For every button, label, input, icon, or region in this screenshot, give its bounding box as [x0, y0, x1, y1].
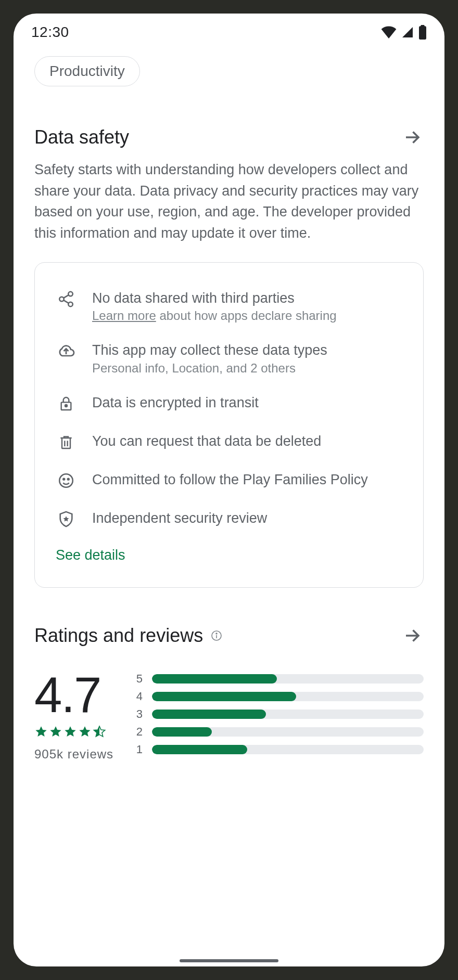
chip-row: Productivity — [34, 47, 424, 105]
safety-item-data-collected: This app may collect these data types Pe… — [56, 341, 402, 375]
bar-label: 3 — [134, 707, 143, 721]
safety-item-title: Committed to follow the Play Families Po… — [92, 470, 368, 489]
svg-point-11 — [59, 474, 73, 487]
bar-track — [152, 727, 424, 737]
ratings-header[interactable]: Ratings and reviews — [34, 603, 424, 657]
rating-bar-3: 3 — [134, 707, 424, 721]
device-frame: 12:30 Productivity — [0, 0, 458, 980]
see-details-link[interactable]: See details — [56, 547, 402, 563]
safety-item-title: Data is encrypted in transit — [92, 393, 259, 412]
svg-point-4 — [68, 302, 73, 307]
home-indicator[interactable] — [180, 959, 278, 962]
score-value: 4.7 — [34, 670, 113, 720]
cellular-icon — [401, 26, 414, 38]
arrow-right-icon[interactable] — [401, 126, 424, 149]
svg-point-3 — [59, 297, 64, 302]
safety-item-encrypted: Data is encrypted in transit — [56, 393, 402, 414]
rating-bar-5: 5 — [134, 672, 424, 686]
bar-fill — [152, 745, 247, 754]
safety-item-subtitle: Personal info, Location, and 2 others — [92, 361, 327, 376]
svg-rect-1 — [421, 25, 425, 27]
svg-point-2 — [68, 292, 73, 296]
svg-point-13 — [68, 479, 69, 480]
svg-line-5 — [63, 295, 69, 298]
bar-track — [152, 710, 424, 719]
rating-bar-2: 2 — [134, 725, 424, 739]
safety-item-families-policy: Committed to follow the Play Families Po… — [56, 470, 402, 491]
bar-fill — [152, 727, 212, 737]
rating-bar-4: 4 — [134, 690, 424, 703]
rating-bar-1: 1 — [134, 743, 424, 756]
star-icon — [49, 725, 62, 741]
svg-point-16 — [216, 633, 217, 634]
bar-track — [152, 745, 424, 754]
stars-row — [34, 725, 113, 741]
bar-fill — [152, 710, 266, 719]
info-icon[interactable] — [210, 629, 223, 642]
safety-item-security-review: Independent security review — [56, 509, 402, 530]
svg-line-6 — [63, 300, 69, 303]
safety-item-title: Independent security review — [92, 509, 267, 527]
bar-label: 4 — [134, 690, 143, 703]
status-icons — [381, 25, 427, 40]
screen: 12:30 Productivity — [14, 14, 444, 966]
score-column: 4.7 905k reviews — [34, 670, 113, 762]
rating-bars: 5 4 3 2 1 — [134, 670, 424, 760]
safety-item-title: You can request that data be deleted — [92, 432, 321, 450]
data-safety-card: No data shared with third parties Learn … — [34, 262, 424, 588]
svg-rect-0 — [419, 26, 426, 40]
star-icon — [78, 725, 92, 741]
bar-label: 2 — [134, 725, 143, 739]
battery-icon — [418, 25, 427, 40]
bar-label: 5 — [134, 672, 143, 686]
status-time: 12:30 — [31, 24, 69, 41]
safety-item-subtitle: Learn more about how apps declare sharin… — [92, 308, 337, 323]
svg-point-8 — [65, 405, 67, 407]
safety-item-title: This app may collect these data types — [92, 341, 327, 359]
data-safety-header[interactable]: Data safety — [34, 105, 424, 159]
bar-label: 1 — [134, 743, 143, 756]
star-half-icon — [93, 725, 106, 741]
data-safety-title: Data safety — [34, 126, 129, 148]
ratings-body: 4.7 905k reviews 5 — [34, 657, 424, 762]
share-icon — [56, 289, 77, 310]
reviews-count: 905k reviews — [34, 747, 113, 762]
smiley-icon — [56, 470, 77, 491]
category-chip-productivity[interactable]: Productivity — [34, 56, 140, 86]
bar-fill — [152, 674, 277, 684]
star-icon — [63, 725, 77, 741]
bar-track — [152, 674, 424, 684]
wifi-icon — [381, 26, 397, 38]
safety-item-delete-request: You can request that data be deleted — [56, 432, 402, 453]
learn-more-link[interactable]: Learn more — [92, 308, 156, 323]
lock-icon — [56, 393, 77, 414]
trash-icon — [56, 432, 77, 453]
safety-item-no-data-shared: No data shared with third parties Learn … — [56, 289, 402, 323]
data-safety-description: Safety starts with understanding how dev… — [34, 159, 424, 262]
status-bar: 12:30 — [14, 14, 444, 47]
shield-star-icon — [56, 509, 77, 530]
svg-point-12 — [63, 479, 65, 480]
star-icon — [34, 725, 48, 741]
bar-fill — [152, 692, 296, 701]
bar-track — [152, 692, 424, 701]
chip-label: Productivity — [49, 63, 125, 80]
safety-item-title: No data shared with third parties — [92, 289, 337, 307]
ratings-title: Ratings and reviews — [34, 625, 203, 647]
arrow-right-icon[interactable] — [401, 624, 424, 647]
cloud-upload-icon — [56, 341, 77, 362]
scroll-content[interactable]: Productivity Data safety Safety starts w… — [14, 47, 444, 966]
